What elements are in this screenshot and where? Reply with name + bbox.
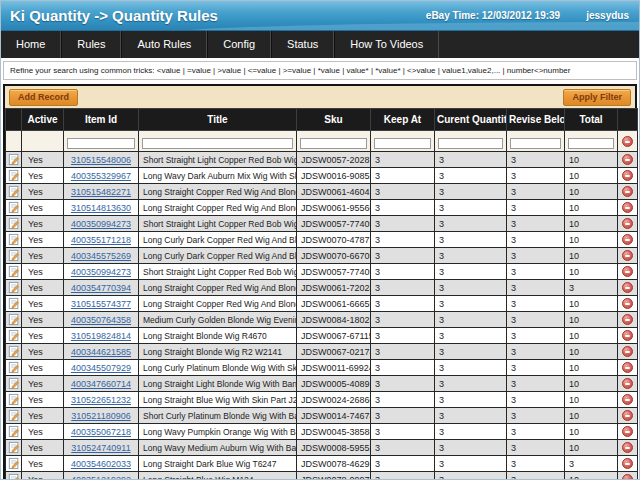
edit-icon[interactable]	[8, 329, 20, 342]
total-cell: 10	[565, 376, 618, 392]
item-id-link[interactable]: 400345575269	[71, 251, 131, 261]
delete-icon[interactable]	[622, 378, 633, 389]
delete-icon[interactable]	[622, 154, 633, 165]
column-header-keep-at[interactable]: Keep At	[371, 109, 435, 131]
column-header-current-quantity[interactable]: Curent Quantity	[435, 109, 507, 131]
title-cell: Long Wavy Pumpkin Orange Wig With Bang .…	[139, 424, 297, 440]
filter-input-title[interactable]	[142, 138, 293, 149]
item-id-cell: 310519824814	[64, 328, 139, 344]
column-header-revise-below[interactable]: Revise Below	[507, 109, 565, 131]
item-id-link[interactable]: 310514813630	[71, 203, 131, 213]
delete-icon[interactable]	[622, 458, 633, 469]
apply-filter-button[interactable]: Apply Filter	[563, 89, 631, 106]
active-cell: Yes	[22, 424, 64, 440]
filter-input-item-id[interactable]	[67, 138, 135, 149]
edit-icon[interactable]	[8, 377, 20, 390]
delete-icon[interactable]	[622, 362, 633, 373]
filter-input-total[interactable]	[568, 138, 614, 149]
delete-icon[interactable]	[622, 234, 633, 245]
title-cell: Long Straight Copper Red Wig And Blonde …	[139, 184, 297, 200]
item-id-link[interactable]: 310522651232	[71, 395, 131, 405]
revise-below-cell: 3	[507, 264, 565, 280]
item-id-link[interactable]: 400355171218	[71, 235, 131, 245]
edit-icon[interactable]	[8, 441, 20, 454]
item-id-link[interactable]: 310519824814	[71, 331, 131, 341]
item-id-link[interactable]: 400354602033	[71, 459, 131, 469]
total-cell: 10	[565, 264, 618, 280]
delete-icon[interactable]	[622, 330, 633, 341]
edit-icon[interactable]	[8, 393, 20, 406]
nav-item-how-to-videos[interactable]: How To Videos	[334, 31, 439, 58]
column-header-total[interactable]: Total	[565, 109, 618, 131]
delete-icon[interactable]	[622, 186, 633, 197]
delete-icon[interactable]	[622, 282, 633, 293]
edit-icon[interactable]	[8, 281, 20, 294]
item-id-cell: 400344621585	[64, 344, 139, 360]
edit-icon[interactable]	[8, 361, 20, 374]
edit-icon[interactable]	[8, 233, 20, 246]
delete-icon[interactable]	[622, 426, 633, 437]
filter-input-current-quantity[interactable]	[438, 138, 503, 149]
column-header-title[interactable]: Title	[139, 109, 297, 131]
delete-icon[interactable]	[622, 218, 633, 229]
edit-icon[interactable]	[8, 169, 20, 182]
item-id-link[interactable]: 400350764358	[71, 315, 131, 325]
delete-icon[interactable]	[622, 250, 633, 261]
nav-item-status[interactable]: Status	[271, 31, 334, 58]
column-header-item-id[interactable]: Item Id	[64, 109, 139, 131]
item-id-link[interactable]: 400351219292	[71, 475, 131, 480]
item-id-link[interactable]: 310515482271	[71, 187, 131, 197]
edit-icon[interactable]	[8, 345, 20, 358]
delete-icon[interactable]	[622, 170, 633, 181]
edit-icon[interactable]	[8, 409, 20, 422]
edit-icon[interactable]	[8, 217, 20, 230]
item-id-link[interactable]: 400347660714	[71, 379, 131, 389]
delete-cell	[618, 328, 638, 344]
item-id-link[interactable]: 400354770394	[71, 283, 131, 293]
item-id-link[interactable]: 400355329967	[71, 171, 131, 181]
filter-input-revise-below[interactable]	[510, 138, 561, 149]
total-cell: 3	[565, 280, 618, 296]
item-id-link[interactable]: 310521180906	[71, 411, 130, 421]
item-id-link[interactable]: 400350994273	[71, 219, 131, 229]
edit-icon[interactable]	[8, 265, 20, 278]
nav-item-config[interactable]: Config	[207, 31, 271, 58]
keep-at-cell: 3	[371, 344, 435, 360]
edit-icon[interactable]	[8, 185, 20, 198]
item-id-link[interactable]: 400355067218	[71, 427, 131, 437]
edit-icon[interactable]	[8, 457, 20, 470]
nav-item-rules[interactable]: Rules	[61, 31, 121, 58]
item-id-link[interactable]: 310515548006	[71, 155, 131, 165]
edit-icon[interactable]	[8, 153, 20, 166]
edit-icon[interactable]	[8, 313, 20, 326]
delete-icon[interactable]	[622, 314, 633, 325]
delete-icon[interactable]	[622, 266, 633, 277]
delete-cell	[618, 216, 638, 232]
nav-item-home[interactable]: Home	[1, 31, 61, 58]
filter-input-keep-at[interactable]	[374, 138, 431, 149]
item-id-link[interactable]: 400344621585	[71, 347, 131, 357]
column-header-sku[interactable]: Sku	[297, 109, 371, 131]
delete-icon[interactable]	[622, 410, 633, 421]
delete-icon[interactable]	[622, 394, 633, 405]
column-header-active[interactable]: Active	[22, 109, 64, 131]
item-id-link[interactable]: 400350994273	[71, 267, 131, 277]
edit-cell	[6, 248, 22, 264]
delete-icon[interactable]	[622, 442, 633, 453]
add-record-button[interactable]: Add Record	[9, 89, 78, 106]
clear-filter-icon[interactable]	[622, 136, 633, 147]
delete-icon[interactable]	[622, 474, 633, 480]
delete-icon[interactable]	[622, 202, 633, 213]
delete-icon[interactable]	[622, 298, 633, 309]
edit-icon[interactable]	[8, 297, 20, 310]
edit-icon[interactable]	[8, 201, 20, 214]
nav-item-auto-rules[interactable]: Auto Rules	[121, 31, 207, 58]
edit-icon[interactable]	[8, 249, 20, 262]
item-id-link[interactable]: 310515574377	[71, 299, 131, 309]
item-id-link[interactable]: 400345507929	[71, 363, 131, 373]
delete-icon[interactable]	[622, 346, 633, 357]
edit-icon[interactable]	[8, 473, 20, 480]
item-id-link[interactable]: 310524740911	[71, 443, 130, 453]
edit-icon[interactable]	[8, 425, 20, 438]
filter-input-sku[interactable]	[300, 138, 367, 149]
